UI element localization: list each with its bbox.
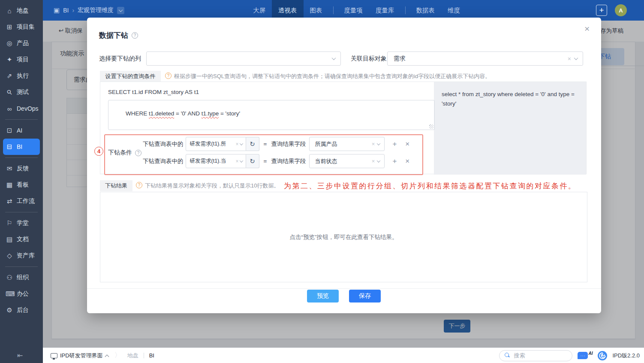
drill-column-select[interactable] xyxy=(146,51,341,66)
modal-title: 数据下钻 ? xyxy=(99,30,138,40)
taskbar-crumb-dipan[interactable]: 地盘 xyxy=(127,352,138,360)
taskbar-crumb-bi[interactable]: BI xyxy=(149,352,154,359)
breadcrumb-separator: › xyxy=(72,7,74,14)
clear-icon[interactable]: × xyxy=(372,141,375,147)
clear-icon[interactable]: × xyxy=(568,55,571,62)
sidebar-item-kanban[interactable]: ▦看板 xyxy=(0,177,43,193)
sidebar-item-feedback[interactable]: ✉反馈 xyxy=(0,160,43,177)
sidebar-divider xyxy=(5,157,38,158)
query-condition-tab[interactable]: 设置下钻的查询条件 xyxy=(100,71,161,82)
data-drill-modal: × 数据下钻 ? 选择要下钻的列 关联目标对象 需求 × 设置下钻的查询条件 ?… xyxy=(87,18,601,313)
flow-arrows-icon: ⇄ xyxy=(6,197,13,205)
bulb-icon: ◎ xyxy=(6,39,13,47)
infinity-icon: ∞ xyxy=(6,105,13,112)
sidebar-item-program[interactable]: ⊞项目集 xyxy=(0,19,43,35)
sidebar-item-qa[interactable]: ⚲测试 xyxy=(0,84,43,100)
delete-condition-icon[interactable]: × xyxy=(405,140,409,148)
sql-where-textarea[interactable]: WHERE t1.deleted = '0' AND t1.type = 'st… xyxy=(108,100,435,130)
kanban-icon: ▦ xyxy=(6,181,13,189)
chevron-down-icon[interactable] xyxy=(377,142,380,145)
home-icon: ⌂ xyxy=(6,7,13,15)
grid-icon: ⊞ xyxy=(6,23,13,31)
refresh-button[interactable]: ↻ xyxy=(246,137,259,151)
robot-icon: ⊡ xyxy=(6,127,13,134)
sidebar: ⌂地盘 ⊞项目集 ◎产品 ✦项目 ⇗执行 ⚲测试 ∞DevOps ⊡AI ⊟BI… xyxy=(0,0,43,363)
gear-icon: ⚙ xyxy=(6,306,13,314)
add-condition-icon[interactable]: + xyxy=(392,140,397,148)
sidebar-item-devops[interactable]: ∞DevOps xyxy=(0,100,43,117)
breadcrumb-app[interactable]: BI xyxy=(63,7,69,14)
bottom-taskbar: IPD研发管理界面 〉 地盘 BI 搜索 ··· AI IPD版2.2.0 xyxy=(43,348,644,363)
flag-icon: ⚐ xyxy=(6,219,13,227)
drill-field-select[interactable]: 研发需求(t1).所 × xyxy=(186,137,246,151)
help-icon[interactable]: ? xyxy=(135,150,141,156)
version-label: IPD版2.2.0 xyxy=(612,352,640,360)
taskbar-right: 搜索 ··· AI IPD版2.2.0 xyxy=(499,350,644,361)
sidebar-item-docs[interactable]: ▤文档 xyxy=(0,231,43,248)
monitor-icon xyxy=(51,353,57,358)
target-object-select[interactable]: 需求 × xyxy=(387,51,583,66)
drill-result-area: 点击“预览”按钮，即可在此查看下钻结果。 xyxy=(100,192,587,282)
sidebar-item-admin[interactable]: ⚙后台 xyxy=(0,302,43,318)
help-icon[interactable]: ? xyxy=(132,32,138,39)
tab-divider xyxy=(405,6,406,14)
breadcrumb-page[interactable]: 宏观管理维度 xyxy=(78,6,114,14)
sidebar-item-workflow[interactable]: ⇄工作流 xyxy=(0,193,43,209)
sidebar-item-academy[interactable]: ⚐学堂 xyxy=(0,215,43,231)
app-switcher[interactable]: IPD研发管理界面 xyxy=(51,352,108,360)
chevron-down-icon[interactable] xyxy=(574,56,578,60)
sidebar-item-execution[interactable]: ⇗执行 xyxy=(0,68,43,84)
ai-chat-icon: ··· xyxy=(578,352,588,359)
hint-icon: ? xyxy=(136,182,142,188)
magnifier-icon: ⚲ xyxy=(4,87,15,97)
drill-column-label: 选择要下钻的列 xyxy=(99,55,141,63)
save-button[interactable]: 保存 xyxy=(349,290,381,302)
drill-field-select[interactable]: 研发需求(t1).当 × xyxy=(186,154,246,168)
clear-icon[interactable]: × xyxy=(372,158,375,164)
app-root: ⌂地盘 ⊞项目集 ◎产品 ✦项目 ⇗执行 ⚲测试 ∞DevOps ⊡AI ⊟BI… xyxy=(0,0,644,363)
chevron-down-icon[interactable] xyxy=(377,159,380,162)
result-field-select[interactable]: 当前状态 × xyxy=(309,154,385,168)
drill-result-tab[interactable]: 下钻结果 xyxy=(100,180,132,191)
search-input[interactable]: 搜索 xyxy=(499,350,572,361)
sidebar-item-office[interactable]: ⌨办公 xyxy=(0,286,43,302)
avatar[interactable]: A xyxy=(615,4,627,16)
sidebar-item-project[interactable]: ✦项目 xyxy=(0,51,43,68)
resize-handle-icon[interactable] xyxy=(429,124,433,129)
ai-assistant-button[interactable]: ··· AI xyxy=(578,352,593,359)
sidebar-item-assets[interactable]: ◇资产库 xyxy=(0,248,43,264)
preview-button[interactable]: 预览 xyxy=(307,290,339,302)
hint-icon: ? xyxy=(165,73,172,79)
result-empty-text: 点击“预览”按钮，即可在此查看下钻结果。 xyxy=(100,233,587,241)
add-button[interactable]: + xyxy=(596,5,607,16)
target-object-label: 关联目标对象 xyxy=(351,55,387,63)
refresh-button[interactable]: ↻ xyxy=(246,154,259,168)
drill-condition-row: 下钻查询表中的 研发需求(t1).当 × ↻ = 查询结果字段 当前状态 × +… xyxy=(143,154,409,168)
sidebar-divider xyxy=(5,119,38,120)
sql-preview-panel: select * from zt_story where deleted = '… xyxy=(434,82,586,175)
close-icon[interactable]: × xyxy=(584,24,590,34)
gem-icon: ◇ xyxy=(6,252,13,260)
clear-icon[interactable]: × xyxy=(235,141,238,147)
query-condition-hint: ? 根据步骤一中的SQL查询语句，调整下钻语句中的查询条件；请确保查询结果集中包… xyxy=(165,73,585,80)
people-icon: ⚇ xyxy=(6,274,13,281)
clear-icon[interactable]: × xyxy=(235,158,238,164)
chevron-down-icon[interactable] xyxy=(239,159,243,162)
sidebar-item-bi[interactable]: ⊟BI xyxy=(3,139,40,155)
delete-condition-icon[interactable]: × xyxy=(405,157,409,166)
chevron-down-icon xyxy=(119,8,123,12)
sidebar-item-org[interactable]: ⚇组织 xyxy=(0,269,43,286)
sidebar-item-product[interactable]: ◎产品 xyxy=(0,35,43,51)
sidebar-item-dipan[interactable]: ⌂地盘 xyxy=(0,3,43,19)
sidebar-collapse-icon[interactable]: ⇤ xyxy=(17,351,23,360)
drill-condition-row: 下钻查询表中的 研发需求(t1).所 × ↻ = 查询结果字段 所属产品 × +… xyxy=(143,137,409,151)
breadcrumb-dropdown[interactable] xyxy=(117,7,124,14)
chevron-down-icon[interactable] xyxy=(332,56,336,60)
result-field-select[interactable]: 所属产品 × xyxy=(309,137,385,151)
add-condition-icon[interactable]: + xyxy=(392,157,397,166)
drill-result-hint: ? 下钻结果将显示对象相关字段，默认只显示10行数据。 xyxy=(136,182,279,190)
sidebar-item-ai[interactable]: ⊡AI xyxy=(0,122,43,139)
chevron-down-icon[interactable] xyxy=(239,142,243,145)
zentao-logo-icon[interactable] xyxy=(598,351,607,360)
step-4-badge: 4 xyxy=(94,147,103,156)
